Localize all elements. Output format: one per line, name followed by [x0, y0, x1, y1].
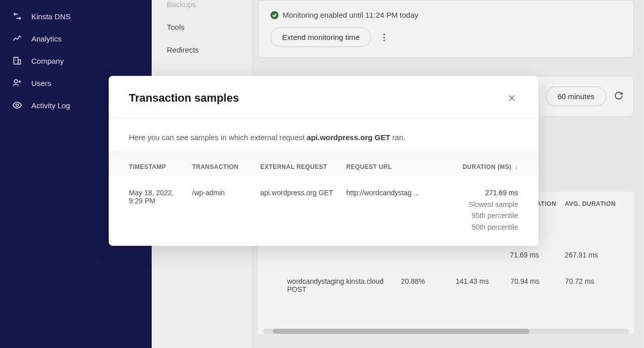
- modal-table-header: TIMESTAMP TRANSACTION EXTERNAL REQUEST R…: [109, 152, 538, 178]
- modal-title: Transaction samples: [129, 92, 239, 105]
- cell-url: http://wordcandystag ...: [346, 189, 463, 197]
- th-external[interactable]: EXTERNAL REQUEST: [260, 163, 346, 170]
- sort-arrow-down-icon: ↓: [515, 163, 518, 170]
- cell-transaction: /wp-admin: [192, 189, 260, 197]
- close-icon[interactable]: ✕: [505, 90, 518, 106]
- th-duration[interactable]: DURATION (MS) ↓: [463, 163, 518, 170]
- modal-description: Here you can see samples in which extern…: [129, 133, 518, 142]
- table-row[interactable]: May 18, 2022, 9:29 PM /wp-admin api.word…: [109, 178, 538, 246]
- transaction-samples-modal: Transaction samples ✕ Here you can see s…: [109, 76, 538, 246]
- th-url[interactable]: REQUEST URL: [346, 163, 463, 170]
- cell-duration: 271.69 ms Slowest sample 95th percentile…: [463, 189, 518, 233]
- cell-timestamp: May 18, 2022, 9:29 PM: [129, 189, 192, 205]
- th-timestamp[interactable]: TIMESTAMP: [129, 163, 192, 170]
- cell-external: api.wordpress.org GET: [260, 189, 346, 197]
- th-transaction[interactable]: TRANSACTION: [192, 163, 260, 170]
